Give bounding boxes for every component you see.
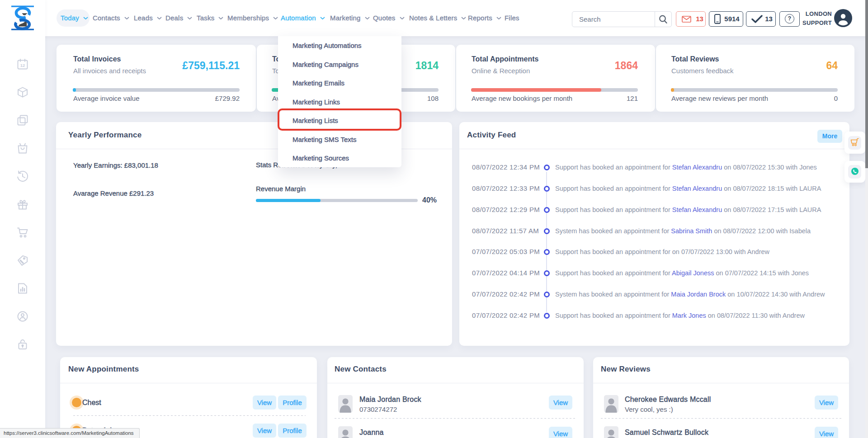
svg-text:12: 12 xyxy=(20,63,25,68)
